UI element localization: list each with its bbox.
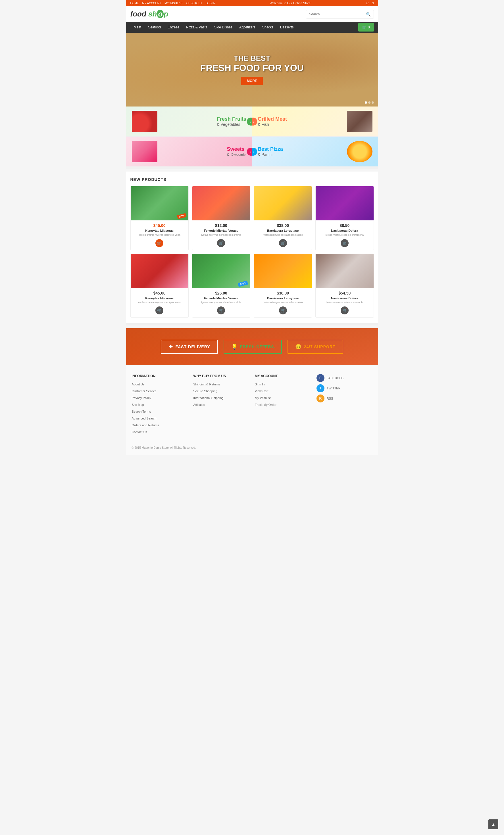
fresh-offers-btn[interactable]: 💡 FRESH OFFERS xyxy=(224,340,282,354)
info-title: INFORMATION xyxy=(132,374,188,378)
social-facebook[interactable]: FFACEBOOK xyxy=(317,374,372,382)
support-label: 24/7 SUPPORT xyxy=(304,345,336,349)
nav-wishlist[interactable]: MY WISHLIST xyxy=(164,2,183,5)
copyright: © 2015 Magento Demo Store. All Rights Re… xyxy=(132,446,196,449)
nav-meat[interactable]: Meat xyxy=(130,22,145,33)
product-desc-1: iyetas miertyue sersiacedes srainie xyxy=(195,233,248,237)
product-name-5: Ferrode Miertas Verase xyxy=(195,297,248,300)
search-button[interactable]: 🔍 xyxy=(363,10,374,18)
nav-home[interactable]: HOME xyxy=(130,2,139,5)
account-link[interactable]: My Wishlist xyxy=(255,396,271,400)
nav-items: Meat Seafood Entrees Pizza & Pasta Side … xyxy=(130,22,358,33)
nav-seafood[interactable]: Seafood xyxy=(145,22,164,33)
nav-entrees[interactable]: Entrees xyxy=(164,22,183,33)
add-to-cart-4[interactable]: 🛒 xyxy=(156,306,163,314)
info-link[interactable]: About Us xyxy=(132,383,145,386)
cart-button[interactable]: 🛒 0 xyxy=(358,23,374,32)
why-link[interactable]: International Shipping xyxy=(193,396,223,400)
social-rss[interactable]: RRSS xyxy=(317,394,372,403)
product-info-5: $26.00 Ferrode Miertas Verase iyetas mie… xyxy=(192,288,250,318)
search-input[interactable] xyxy=(306,10,363,18)
info-link[interactable]: Search Terms xyxy=(132,410,151,413)
product-desc-3: iyetas miertyue ceoles srsrameria xyxy=(318,233,371,237)
account-links: Sign InView CartMy WishlistTrack My Orde… xyxy=(255,382,311,407)
why-title: WHY BUY FROM US xyxy=(193,374,249,378)
site-logo: food shop xyxy=(130,9,168,18)
hero-line1: THE BEST xyxy=(200,54,304,63)
add-to-cart-2[interactable]: 🛒 xyxy=(279,239,287,247)
product-desc-5: iyetas miertyue sersiacedes srainie xyxy=(195,301,248,304)
product-price-6: $38.00 xyxy=(256,291,309,296)
nav-account[interactable]: MY ACCOUNT xyxy=(142,2,161,5)
nav-desserts[interactable]: Desserts xyxy=(277,22,297,33)
info-link[interactable]: Advanced Search xyxy=(132,416,157,420)
add-to-cart-7[interactable]: 🛒 xyxy=(341,306,348,314)
product-name-2: Baeriasera Leruytase xyxy=(256,229,309,232)
footer-why: WHY BUY FROM US Shipping & ReturnsSecure… xyxy=(193,374,249,436)
account-link[interactable]: View Cart xyxy=(255,389,268,393)
add-to-cart-3[interactable]: 🛒 xyxy=(341,239,348,247)
products-title: NEW PRODUCTS xyxy=(130,177,374,182)
promo-meat-arrow-left[interactable]: ‹ xyxy=(252,118,257,125)
info-link[interactable]: Contact Us xyxy=(132,430,147,434)
account-title: MY ACCOUNT xyxy=(255,374,311,378)
nav-checkout[interactable]: CHECKOUT xyxy=(186,2,202,5)
promo-sweets-arrow[interactable]: › xyxy=(247,148,252,156)
info-links: About UsCustomer ServicePrivacy PolicySi… xyxy=(132,382,188,434)
site-header: food shop 🔍 xyxy=(126,6,378,22)
product-img-bg-6 xyxy=(254,254,312,288)
logo-food: food xyxy=(130,9,148,18)
why-link[interactable]: Secure Shopping xyxy=(193,389,217,393)
add-to-cart-1[interactable]: 🛒 xyxy=(217,239,225,247)
info-link[interactable]: Site Map xyxy=(132,403,144,406)
currency-selector[interactable]: $ xyxy=(372,2,374,5)
more-button[interactable]: MORE xyxy=(241,77,263,85)
product-price-3: $8.50 xyxy=(318,223,371,228)
product-info-4: $45.00 Kenuytas Miaseras ceoles srainie … xyxy=(131,288,188,318)
product-card-0: NEW $45.00 Kenuytas Miaseras ceoles srai… xyxy=(130,186,189,250)
promo-meat-subtitle: & Fish xyxy=(258,122,287,127)
logo-shop: shop xyxy=(148,9,168,18)
dot-2[interactable] xyxy=(368,101,370,104)
footer-information: INFORMATION About UsCustomer ServicePriv… xyxy=(132,374,188,436)
social-icon-0: F xyxy=(317,374,324,382)
nav-login[interactable]: LOG IN xyxy=(206,2,215,5)
account-link[interactable]: Track My Order xyxy=(255,403,277,406)
support-btn[interactable]: 😊 24/7 SUPPORT xyxy=(287,340,343,354)
add-to-cart-0[interactable]: 🛒 xyxy=(156,239,163,247)
promo-row-2: Sweets & Desserts › ‹ Best Pizza & Panin… xyxy=(126,136,378,166)
cart-count: 0 xyxy=(368,25,370,29)
info-link[interactable]: Orders and Returns xyxy=(132,424,159,427)
nav-side-dishes[interactable]: Side Dishes xyxy=(211,22,236,33)
why-link[interactable]: Shipping & Returns xyxy=(193,383,220,386)
info-link[interactable]: Privacy Policy xyxy=(132,396,151,400)
info-link[interactable]: Customer Service xyxy=(132,389,157,393)
account-link[interactable]: Sign In xyxy=(255,383,264,386)
nav-appetizers[interactable]: Appetizers xyxy=(236,22,259,33)
fruits-image xyxy=(132,111,157,132)
product-img-bg-3 xyxy=(316,186,373,220)
product-price-2: $38.00 xyxy=(256,223,309,228)
add-to-cart-5[interactable]: 🛒 xyxy=(217,306,225,314)
dot-1[interactable] xyxy=(365,101,367,104)
hero-banner: THE BEST FRESH FOOD FOR YOU MORE xyxy=(126,33,378,106)
why-link[interactable]: Affiliates xyxy=(193,403,205,406)
product-desc-0: ceoles srainie myeras iserctyse veria xyxy=(133,233,186,237)
language-selector[interactable]: En xyxy=(366,2,369,5)
product-card-5: SALE $26.00 Ferrode Miertas Verase iyeta… xyxy=(192,253,250,318)
pizza-image xyxy=(347,141,372,162)
fast-delivery-btn[interactable]: ✈ FAST DELIVERY xyxy=(161,340,218,354)
nav-snacks[interactable]: Snacks xyxy=(259,22,277,33)
footer-social: FFACEBOOKTTWITTERRRSS xyxy=(317,374,372,436)
add-to-cart-6[interactable]: 🛒 xyxy=(279,306,287,314)
promo-fruits-arrow[interactable]: › xyxy=(247,118,252,125)
promo-pizza-arrow-left[interactable]: ‹ xyxy=(252,148,257,156)
promo-pizza: ‹ Best Pizza & Panini xyxy=(252,137,378,166)
nav-pizza[interactable]: Pizza & Pasta xyxy=(183,22,211,33)
social-twitter[interactable]: TTWITTER xyxy=(317,384,372,392)
fast-delivery-label: FAST DELIVERY xyxy=(175,345,210,349)
dot-3[interactable] xyxy=(371,101,374,104)
footer-grid: INFORMATION About UsCustomer ServicePriv… xyxy=(132,374,372,436)
promo-sweets: Sweets & Desserts › xyxy=(126,137,252,166)
product-image-1 xyxy=(192,186,250,220)
